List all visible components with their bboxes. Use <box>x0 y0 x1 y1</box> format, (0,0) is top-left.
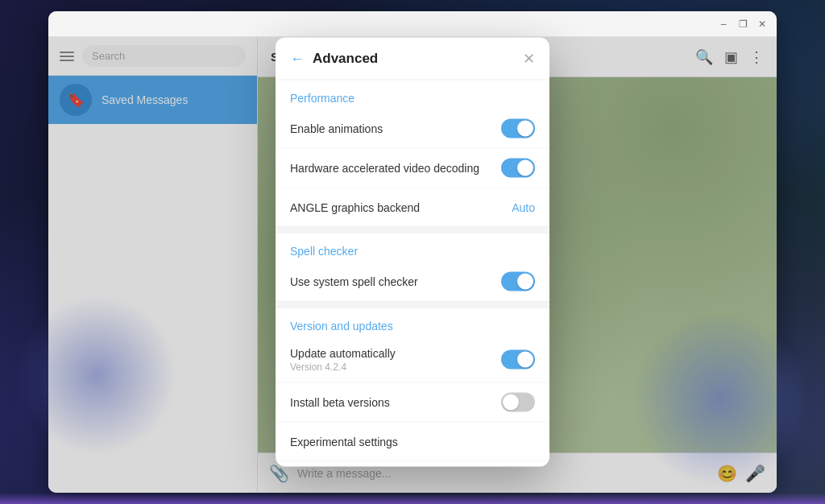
experimental-settings-label: Experimental settings <box>290 435 535 448</box>
hw-video-decoding-label: Hardware accelerated video decoding <box>290 162 501 175</box>
install-beta-row: Install beta versions <box>276 383 549 423</box>
enable-animations-knob <box>517 121 533 137</box>
hw-video-decoding-toggle[interactable] <box>501 159 535 178</box>
modal-header: ← Advanced ✕ <box>276 38 549 81</box>
hw-video-decoding-row: Hardware accelerated video decoding <box>276 149 549 188</box>
divider-1 <box>276 227 549 233</box>
version-sublabel: Version 4.2.4 <box>290 361 396 373</box>
version-updates-section-heading: Version and updates <box>276 308 549 337</box>
performance-section-heading: Performance <box>276 81 549 109</box>
install-beta-knob <box>503 395 519 411</box>
bottom-glow <box>0 493 825 504</box>
hw-video-decoding-knob <box>517 160 533 176</box>
update-automatically-label-group: Update automatically Version 4.2.4 <box>290 347 396 373</box>
check-updates-row[interactable]: Check for updates <box>276 461 549 467</box>
enable-animations-toggle[interactable] <box>501 119 535 138</box>
app-window: – ❐ ✕ Search 🔖 Saved Messages Saved Mess… <box>48 11 777 493</box>
maximize-button[interactable]: ❐ <box>736 18 749 31</box>
minimize-button[interactable]: – <box>717 18 730 31</box>
advanced-modal: ← Advanced ✕ Performance Enable animatio… <box>276 38 549 467</box>
system-spell-checker-toggle[interactable] <box>501 272 535 291</box>
enable-animations-row: Enable animations <box>276 109 549 149</box>
enable-animations-label: Enable animations <box>290 122 501 135</box>
spell-checker-section-heading: Spell checker <box>276 233 549 262</box>
angle-backend-value[interactable]: Auto <box>512 200 535 213</box>
install-beta-label: Install beta versions <box>290 396 501 409</box>
angle-backend-row: ANGLE graphics backend Auto <box>276 188 549 227</box>
title-bar: – ❐ ✕ <box>48 11 777 37</box>
system-spell-checker-knob <box>517 274 533 290</box>
modal-back-button[interactable]: ← <box>290 52 305 66</box>
modal-title: Advanced <box>313 51 515 67</box>
system-spell-checker-row: Use system spell checker <box>276 262 549 302</box>
modal-body: Performance Enable animations Hardware a… <box>276 81 549 467</box>
close-window-button[interactable]: ✕ <box>756 18 769 31</box>
experimental-settings-row[interactable]: Experimental settings <box>276 423 549 461</box>
update-automatically-label: Update automatically <box>290 347 396 360</box>
install-beta-toggle[interactable] <box>501 393 535 412</box>
update-automatically-knob <box>517 352 533 368</box>
modal-close-button[interactable]: ✕ <box>523 52 535 66</box>
divider-2 <box>276 302 549 308</box>
update-automatically-toggle[interactable] <box>501 350 535 370</box>
system-spell-checker-label: Use system spell checker <box>290 275 501 288</box>
angle-backend-label: ANGLE graphics backend <box>290 200 512 213</box>
update-automatically-row: Update automatically Version 4.2.4 <box>276 337 549 383</box>
